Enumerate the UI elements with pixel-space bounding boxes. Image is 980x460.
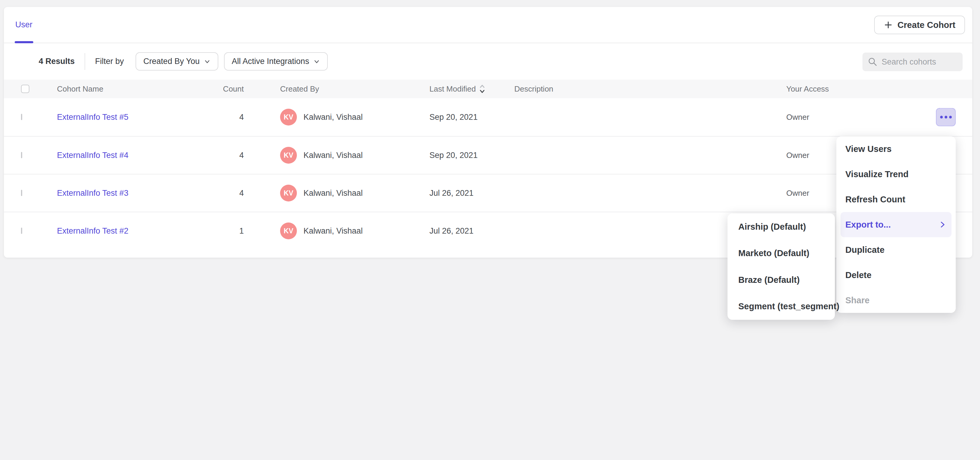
column-header-last-modified[interactable]: Last Modified (430, 83, 485, 94)
cohort-count: 1 (190, 227, 244, 236)
cohort-count: 4 (190, 188, 244, 198)
row-actions-button[interactable] (936, 108, 956, 126)
active-tab-indicator (15, 41, 33, 43)
sort-icon (479, 83, 485, 94)
last-modified-date: Jul 26, 2021 (430, 188, 474, 198)
cohort-count: 4 (190, 113, 244, 122)
chevron-down-icon (313, 58, 320, 65)
create-cohort-label: Create Cohort (897, 20, 955, 30)
chevron-down-icon (204, 58, 210, 65)
search-box (862, 53, 963, 71)
last-modified-date: Jul 26, 2021 (430, 227, 474, 236)
created-by-name: Kalwani, Vishaal (304, 113, 363, 122)
menu-item-view-users[interactable]: View Users (836, 136, 956, 161)
menu-item-refresh-count[interactable]: Refresh Count (836, 187, 956, 212)
avatar: KV (280, 109, 297, 126)
toolbar-divider (84, 53, 85, 70)
avatar: KV (280, 222, 297, 239)
filter-by-label: Filter by (95, 57, 124, 66)
submenu-item-airship[interactable]: Airship (Default) (727, 214, 835, 240)
row-checkbox[interactable] (21, 152, 22, 158)
results-count: 4 Results (39, 57, 75, 66)
last-modified-date: Sep 20, 2021 (430, 113, 478, 122)
created-by-filter-dropdown[interactable]: Created By You (135, 52, 218, 70)
cohort-name-link[interactable]: ExternalInfo Test #4 (57, 151, 128, 160)
row-checkbox[interactable] (21, 190, 22, 196)
last-modified-label: Last Modified (430, 85, 476, 94)
ellipsis-icon (940, 116, 943, 118)
plus-icon (884, 21, 893, 29)
create-cohort-button[interactable]: Create Cohort (874, 16, 965, 34)
column-header-cohort-name: Cohort Name (57, 85, 103, 94)
menu-item-share: Share (836, 288, 956, 313)
export-to-label: Export to... (845, 220, 891, 230)
cohort-count: 4 (190, 151, 244, 160)
cohort-name-link[interactable]: ExternalInfo Test #2 (57, 227, 128, 236)
table-row[interactable]: ExternalInfo Test #5 4 KV Kalwani, Visha… (4, 98, 972, 136)
last-modified-date: Sep 20, 2021 (430, 151, 478, 160)
access-label: Owner (786, 113, 809, 122)
integrations-filter-label: All Active Integrations (232, 57, 309, 66)
menu-item-delete[interactable]: Delete (836, 262, 956, 288)
tab-bar: User Create Cohort (4, 7, 972, 43)
access-label: Owner (786, 151, 809, 160)
table-header: Cohort Name Count Created By Last Modifi… (4, 80, 972, 98)
created-by-name: Kalwani, Vishaal (304, 227, 363, 236)
created-by-name: Kalwani, Vishaal (304, 188, 363, 198)
created-by-filter-label: Created By You (143, 57, 200, 66)
row-checkbox[interactable] (21, 114, 22, 120)
search-input[interactable] (881, 58, 954, 67)
menu-item-duplicate[interactable]: Duplicate (836, 237, 956, 262)
filter-toolbar: 4 Results Filter by Created By You All A… (4, 43, 972, 80)
avatar: KV (280, 185, 297, 201)
column-header-count: Count (190, 85, 244, 94)
export-submenu: Airship (Default) Marketo (Default) Braz… (727, 214, 835, 320)
integrations-filter-dropdown[interactable]: All Active Integrations (224, 52, 328, 70)
column-header-created-by: Created By (280, 85, 319, 94)
tab-user[interactable]: User (15, 20, 32, 29)
submenu-item-marketo[interactable]: Marketo (Default) (727, 240, 835, 267)
cohort-name-link[interactable]: ExternalInfo Test #5 (57, 113, 128, 122)
menu-item-visualize-trend[interactable]: Visualize Trend (836, 161, 956, 187)
menu-item-export-to[interactable]: Export to... (840, 212, 951, 237)
search-icon (868, 57, 877, 67)
submenu-item-segment[interactable]: Segment (test_segment) (727, 293, 835, 320)
cohort-name-link[interactable]: ExternalInfo Test #3 (57, 188, 128, 198)
submenu-item-braze[interactable]: Braze (Default) (727, 267, 835, 293)
table-row[interactable]: ExternalInfo Test #3 4 KV Kalwani, Visha… (4, 174, 972, 212)
avatar: KV (280, 147, 297, 164)
access-label: Owner (786, 188, 809, 198)
row-checkbox[interactable] (21, 228, 22, 234)
chevron-right-icon (940, 220, 945, 229)
table-row[interactable]: ExternalInfo Test #4 4 KV Kalwani, Visha… (4, 136, 972, 174)
select-all-checkbox[interactable] (21, 85, 29, 93)
row-context-menu: View Users Visualize Trend Refresh Count… (836, 136, 956, 313)
column-header-description: Description (514, 85, 553, 94)
column-header-your-access: Your Access (786, 85, 829, 94)
created-by-name: Kalwani, Vishaal (304, 151, 363, 160)
